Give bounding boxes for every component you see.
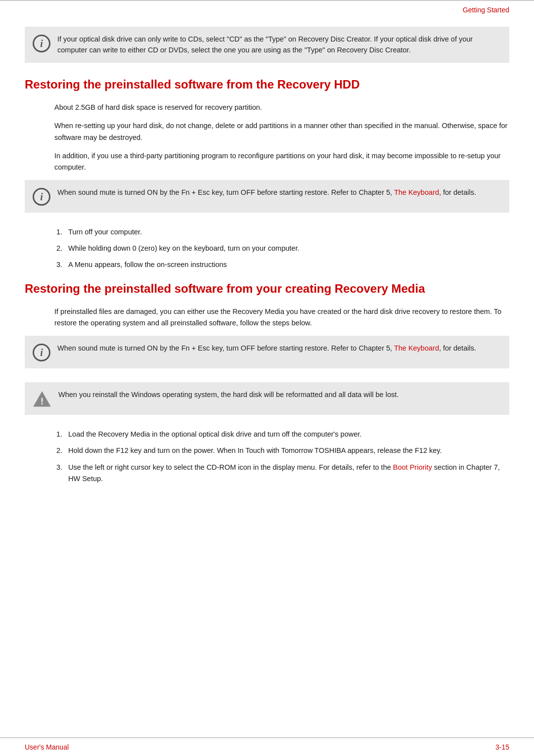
section1-keyboard-link[interactable]: The Keyboard [394, 188, 439, 196]
list-item: Turn off your computer. [64, 226, 509, 238]
info-icon-s1: i [33, 188, 50, 206]
section2-note1-box: i When sound mute is turned ON by the Fn… [25, 336, 509, 368]
section2-step3-text-before: Use the left or right cursor key to sele… [68, 463, 393, 471]
section1-note-text: When sound mute is turned ON by the Fn +… [57, 187, 476, 198]
section2-steps-list: Load the Recovery Media in the optional … [64, 429, 509, 485]
section2-note1-after: , for details. [439, 344, 476, 352]
top-note-box: i If your optical disk drive can only wr… [25, 27, 509, 63]
footer-bar: User's Manual 3-15 [0, 737, 534, 756]
warning-triangle-svg: ! [33, 391, 51, 407]
list-item: Hold down the F12 key and turn on the po… [64, 445, 509, 456]
section2-para1: If preinstalled files are damaged, you c… [54, 306, 509, 329]
section1-para1: About 2.5GB of hard disk space is reserv… [54, 102, 509, 113]
section2-warning-text: When you reinstall the Windows operating… [58, 389, 399, 400]
footer-right: 3-15 [495, 743, 509, 751]
footer-left: User's Manual [25, 743, 69, 751]
top-note-text: If your optical disk drive can only writ… [57, 34, 501, 56]
section1-note-after: , for details. [439, 188, 476, 196]
section2-warning-box: ! When you reinstall the Windows operati… [25, 382, 509, 415]
section1-heading: Restoring the preinstalled software from… [25, 77, 509, 92]
info-icon-top: i [33, 35, 50, 52]
section2-note1-before: When sound mute is turned ON by the Fn +… [57, 344, 394, 352]
section2-keyboard-link[interactable]: The Keyboard [394, 344, 439, 352]
section1-note-before: When sound mute is turned ON by the Fn +… [57, 188, 394, 196]
section2-heading: Restoring the preinstalled software from… [25, 281, 509, 296]
header-bar: Getting Started [0, 0, 534, 17]
section1-note-box: i When sound mute is turned ON by the Fn… [25, 180, 509, 213]
page-container: Getting Started i If your optical disk d… [0, 0, 534, 756]
list-item: Load the Recovery Media in the optional … [64, 429, 509, 440]
boot-priority-link[interactable]: Boot Priority [393, 463, 432, 471]
info-icon-s2: i [33, 344, 50, 361]
list-item: A Menu appears, follow the on-screen ins… [64, 259, 509, 270]
section1-para2: When re-setting up your hard disk, do no… [54, 120, 509, 143]
list-item: Use the left or right cursor key to sele… [64, 462, 509, 485]
main-content: i If your optical disk drive can only wr… [0, 17, 534, 524]
section1-steps-list: Turn off your computer. While holding do… [64, 226, 509, 271]
list-item: While holding down 0 (zero) key on the k… [64, 243, 509, 254]
section2-note1-text: When sound mute is turned ON by the Fn +… [57, 343, 476, 354]
section1-para3: In addition, if you use a third-party pa… [54, 150, 509, 173]
svg-text:!: ! [41, 397, 44, 406]
warning-icon-s2: ! [33, 390, 51, 408]
header-title: Getting Started [463, 6, 509, 14]
